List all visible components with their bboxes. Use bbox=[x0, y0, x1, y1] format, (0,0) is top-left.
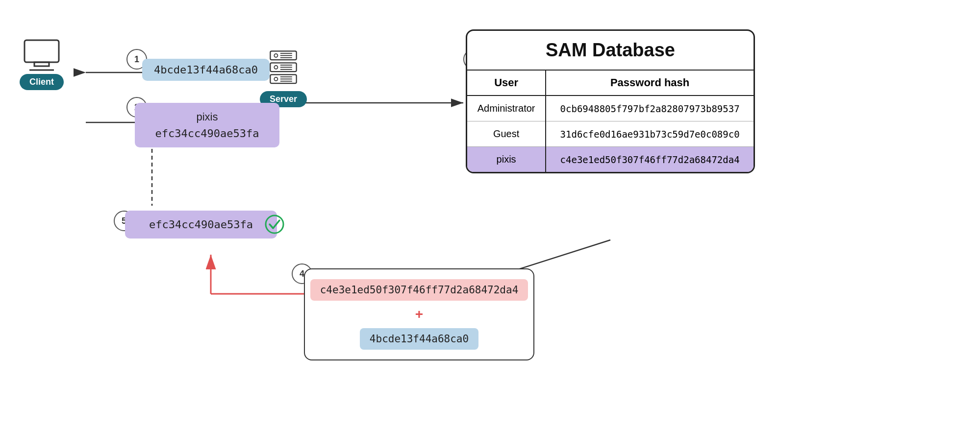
sam-title: SAM Database bbox=[467, 31, 754, 71]
client-label: Client bbox=[20, 74, 64, 90]
client-section: Client bbox=[20, 39, 64, 90]
user-cell: Administrator bbox=[467, 96, 546, 121]
diagram: Client Server 1 4bcde13f44a68ca0 bbox=[0, 0, 980, 430]
net-hash-text: efc34cc490ae53fa bbox=[150, 127, 265, 140]
svg-point-24 bbox=[274, 77, 277, 81]
svg-rect-11 bbox=[34, 62, 49, 66]
server-icon bbox=[266, 49, 301, 88]
col-user: User bbox=[467, 71, 546, 96]
table-row: Administrator0cb6948805f797bf2a82807973b… bbox=[467, 96, 754, 121]
challenge-display: 4bcde13f44a68ca0 bbox=[360, 328, 478, 350]
table-row: Guest31d6cfe0d16ae931b73c59d7e0c089c0 bbox=[467, 121, 754, 147]
sam-table: User Password hash Administrator0cb69488… bbox=[467, 71, 754, 172]
challenge-hash-box: 4bcde13f44a68ca0 bbox=[142, 59, 270, 81]
svg-point-19 bbox=[274, 66, 277, 69]
monitor-icon bbox=[22, 39, 61, 71]
hash-cell: 0cb6948805f797bf2a82807973b89537 bbox=[546, 96, 754, 121]
step5-box: efc34cc490ae53fa bbox=[125, 211, 277, 239]
hash-cell: c4e3e1ed50f307f46ff77d2a68472da4 bbox=[546, 147, 754, 172]
db-hash-display: c4e3e1ed50f307f46ff77d2a68472da4 bbox=[310, 279, 528, 301]
plus-sign: + bbox=[415, 307, 423, 322]
svg-point-14 bbox=[274, 54, 277, 57]
username-text: pixis bbox=[150, 111, 265, 123]
hash-cell: 31d6cfe0d16ae931b73c59d7e0c089c0 bbox=[546, 121, 754, 147]
check-icon bbox=[265, 215, 284, 239]
step2-box: pixis efc34cc490ae53fa bbox=[135, 103, 279, 147]
col-hash: Password hash bbox=[546, 71, 754, 96]
table-row: pixisc4e3e1ed50f307f46ff77d2a68472da4 bbox=[467, 147, 754, 172]
svg-rect-10 bbox=[25, 40, 59, 62]
user-cell: Guest bbox=[467, 121, 546, 147]
svg-point-28 bbox=[266, 215, 283, 233]
combine-box: c4e3e1ed50f307f46ff77d2a68472da4 + 4bcde… bbox=[304, 268, 534, 360]
user-cell: pixis bbox=[467, 147, 546, 172]
sam-database: SAM Database User Password hash Administ… bbox=[466, 29, 755, 173]
